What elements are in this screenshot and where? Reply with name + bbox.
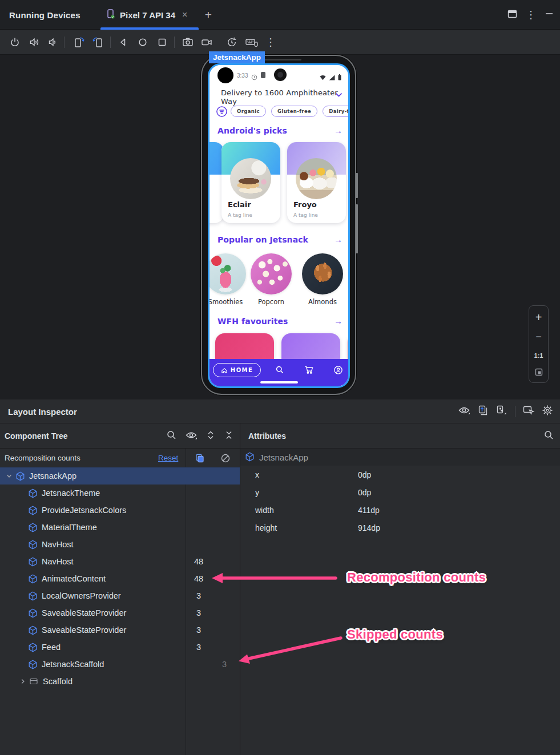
- tree-node-label: SaveableStateProvider: [42, 625, 126, 635]
- arrow-right-icon[interactable]: →: [334, 316, 343, 326]
- tree-row-feed[interactable]: Feed3: [0, 639, 240, 656]
- highlight-recompositions-icon[interactable]: [194, 453, 206, 464]
- attribute-value: 411dp: [358, 506, 380, 515]
- compose-node-icon: [27, 591, 38, 601]
- rotate-right-icon[interactable]: [91, 35, 105, 49]
- back-button-icon[interactable]: [116, 35, 130, 49]
- arrow-right-icon[interactable]: →: [334, 235, 343, 244]
- nav-home-label: HOME: [231, 367, 253, 373]
- record-video-icon[interactable]: [200, 35, 213, 49]
- tree-row-localownersprovider[interactable]: LocalOwnersProvider3: [0, 587, 240, 604]
- recomposition-count: 48: [186, 574, 212, 583]
- nav-search-icon[interactable]: [275, 365, 285, 375]
- popular-item-popcorn[interactable]: [251, 253, 292, 294]
- fit-to-window-button[interactable]: [529, 365, 548, 379]
- status-sim-icon: [261, 72, 265, 78]
- tree-row-jetsnackapp[interactable]: JetsnackApp: [0, 467, 240, 485]
- popular-item-almonds[interactable]: [302, 253, 343, 294]
- arrow-right-icon[interactable]: →: [334, 126, 343, 135]
- tab-pixel-7-api-34[interactable]: Pixel 7 API 34 ×: [100, 0, 199, 30]
- chevron-down-icon[interactable]: [335, 90, 343, 100]
- tree-node-label: NavHost: [42, 557, 74, 566]
- filters-icon[interactable]: [216, 106, 228, 120]
- expand-all-icon[interactable]: [206, 430, 216, 443]
- tree-visibility-eye-icon[interactable]: [185, 430, 198, 443]
- zoom-out-button[interactable]: −: [529, 330, 548, 344]
- home-icon: [221, 367, 228, 374]
- nav-cart-icon[interactable]: [304, 365, 314, 375]
- device-phone-icon: [105, 9, 115, 21]
- add-tab-button[interactable]: +: [202, 8, 215, 22]
- device-display-area: JetsnackApp 3:33 Delive: [0, 55, 560, 399]
- popular-item-smoothies[interactable]: [208, 253, 246, 294]
- compose-node-icon: [27, 522, 38, 532]
- settings-gear-icon[interactable]: [542, 405, 553, 418]
- popular-item-label: Popcorn: [243, 298, 300, 306]
- compose-node-icon: [27, 574, 38, 584]
- bottom-nav-bar: HOME: [210, 359, 348, 388]
- tree-row-scaffold[interactable]: Scaffold: [0, 673, 240, 690]
- tree-row-saveablestateprovider[interactable]: SaveableStateProvider3: [0, 604, 240, 621]
- window-options-icon[interactable]: ⋮: [526, 10, 536, 20]
- volume-up-icon[interactable]: [27, 35, 41, 49]
- attributes-search-icon[interactable]: [543, 430, 554, 443]
- hide-window-icon[interactable]: [507, 9, 518, 22]
- tree-row-navhost[interactable]: NavHost48: [0, 553, 240, 570]
- filter-chip[interactable]: Dairy-free: [323, 106, 350, 117]
- attribute-row-width[interactable]: width411dp: [240, 501, 560, 519]
- attribute-value: 0dp: [358, 488, 371, 497]
- tree-row-providejetsnackcolors[interactable]: ProvideJetsnackColors: [0, 502, 240, 519]
- tree-row-materialtheme[interactable]: MaterialTheme: [0, 519, 240, 536]
- section-title: Android's picks: [217, 126, 287, 135]
- tree-row-saveablestateprovider[interactable]: SaveableStateProvider3: [0, 621, 240, 639]
- overview-button-icon[interactable]: [155, 35, 169, 49]
- card-image: [296, 158, 337, 199]
- hardware-input-icon[interactable]: [245, 35, 259, 49]
- zoom-in-button[interactable]: +: [529, 310, 548, 324]
- view-options-eye-icon[interactable]: [458, 405, 470, 418]
- select-component-icon[interactable]: [522, 405, 535, 418]
- tree-settings-icon[interactable]: [495, 405, 508, 418]
- tree-row-jetsnackscaffold[interactable]: JetsnackScaffold3: [0, 656, 240, 673]
- snack-card-eclair[interactable]: EclairA tag line: [221, 142, 280, 223]
- nav-profile-icon[interactable]: [333, 365, 343, 375]
- attribute-row-x[interactable]: x0dp: [240, 466, 560, 483]
- attribute-row-y[interactable]: y0dp: [240, 483, 560, 501]
- export-snapshot-icon[interactable]: [477, 405, 489, 418]
- tree-row-navhost[interactable]: NavHost: [0, 536, 240, 553]
- home-indicator-bar[interactable]: [260, 381, 298, 383]
- volume-down-icon[interactable]: [46, 35, 59, 49]
- attribute-row-height[interactable]: height914dp: [240, 519, 560, 536]
- annotation-recomposition-counts: Recomposition counts: [347, 570, 486, 585]
- collapse-all-icon[interactable]: [224, 430, 234, 443]
- delivery-address-selector[interactable]: Delivery to 1600 Amphitheater Way: [221, 88, 348, 106]
- tree-row-jetsnacktheme[interactable]: JetsnackTheme: [0, 485, 240, 502]
- reset-counts-link[interactable]: Reset: [158, 449, 178, 467]
- tree-node-label: Feed: [42, 643, 61, 652]
- disable-counts-icon[interactable]: [220, 453, 231, 464]
- toolbar-more-icon[interactable]: ⋮: [264, 35, 277, 49]
- nav-home-button[interactable]: HOME: [213, 363, 261, 377]
- rotate-left-icon[interactable]: [72, 35, 86, 49]
- filter-chip[interactable]: Gluten-free: [271, 106, 317, 117]
- chevron-right-icon[interactable]: [17, 678, 29, 685]
- card-image: [230, 158, 271, 199]
- minimize-icon[interactable]: [544, 9, 554, 21]
- section-header-picks: Android's picks →: [217, 126, 343, 135]
- tree-node-label: ProvideJetsnackColors: [42, 506, 126, 515]
- chevron-down-icon[interactable]: [3, 473, 15, 479]
- device-screen[interactable]: 3:33 Delivery to 1600 Amphitheater Way: [208, 63, 350, 388]
- screenshot-icon[interactable]: [181, 35, 195, 49]
- tree-search-icon[interactable]: [166, 430, 177, 443]
- snack-card-froyo[interactable]: FroyoA tag line: [287, 142, 346, 223]
- tree-row-animatedcontent[interactable]: AnimatedContent48: [0, 570, 240, 587]
- tab-close-icon[interactable]: ×: [182, 10, 187, 20]
- actual-size-button[interactable]: 1:1: [529, 349, 548, 362]
- filter-chip[interactable]: Organic: [231, 106, 266, 117]
- compose-node-icon: [245, 452, 255, 463]
- power-button-icon[interactable]: [8, 35, 22, 49]
- component-tree-panel-header: Component Tree: [0, 423, 240, 449]
- device-snapshots-icon[interactable]: [225, 35, 239, 49]
- tree-node-label: JetsnackApp: [29, 471, 76, 481]
- home-button-icon[interactable]: [136, 35, 150, 49]
